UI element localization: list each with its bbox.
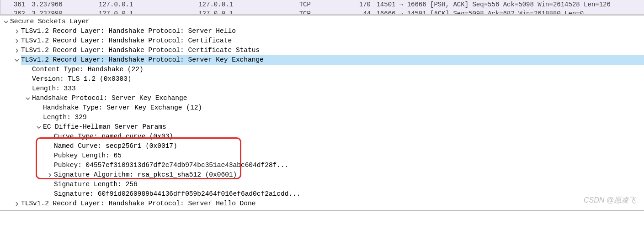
tree-item-content-type[interactable]: Content Type: Handshake (22) [0, 65, 644, 74]
tree-item-server-hello[interactable]: TLSv1.2 Record Layer: Handshake Protocol… [0, 26, 644, 36]
no-icon [25, 76, 31, 83]
no-icon [25, 67, 31, 73]
tree-item-version[interactable]: Version: TLS 1.2 (0x0303) [0, 74, 644, 84]
tree-item-named-curve[interactable]: Named Curve: secp256r1 (0x0017) [0, 141, 644, 151]
tree-item-server-hello-done[interactable]: TLSv1.2 Record Layer: Handshake Protocol… [0, 199, 644, 209]
packet-list[interactable]: 361 3.237966 127.0.0.1 127.0.0.1 TCP 170… [0, 0, 644, 15]
chevron-down-icon[interactable] [3, 19, 9, 25]
chevron-down-icon[interactable] [14, 57, 20, 63]
tree-label: Version: TLS 1.2 (0x0303) [32, 74, 132, 84]
col-proto: TCP [299, 0, 349, 9]
tree-item-sig-algo[interactable]: Signature Algorithm: rsa_pkcs1_sha512 (0… [0, 170, 644, 180]
tree-label: Signature Length: 256 [54, 180, 138, 189]
col-no: 361 [10, 0, 28, 9]
tree-item-length[interactable]: Length: 333 [0, 84, 644, 94]
tree-item-server-key-exchange[interactable]: TLSv1.2 Record Layer: Handshake Protocol… [0, 55, 644, 65]
protocol-detail-pane[interactable]: Secure Sockets Layer TLSv1.2 Record Laye… [0, 16, 644, 211]
tree-item-signature[interactable]: Signature: 60f91d0260989b44136dff059b246… [0, 189, 644, 199]
tree-item-certificate[interactable]: TLSv1.2 Record Layer: Handshake Protocol… [0, 36, 644, 46]
col-src: 127.0.0.1 [99, 9, 195, 15]
no-icon [47, 191, 53, 198]
tree-label: Signature: 60f91d0260989b44136dff059b246… [54, 189, 301, 199]
tree-label: TLSv1.2 Record Layer: Handshake Protocol… [21, 26, 236, 36]
no-icon [47, 162, 53, 169]
col-proto: TCP [299, 9, 349, 15]
chevron-right-icon[interactable] [47, 172, 53, 178]
col-dst: 127.0.0.1 [198, 9, 295, 15]
tree-label: TLSv1.2 Record Layer: Handshake Protocol… [21, 199, 255, 209]
tree-label: Length: 329 [43, 113, 87, 122]
no-icon [36, 105, 42, 111]
no-icon [47, 134, 53, 140]
tree-item-cert-status[interactable]: TLSv1.2 Record Layer: Handshake Protocol… [0, 46, 644, 55]
packet-row[interactable]: 361 3.237966 127.0.0.1 127.0.0.1 TCP 170… [0, 0, 644, 9]
col-time: 3.237990 [32, 9, 95, 15]
chevron-right-icon[interactable] [14, 201, 20, 207]
tree-label: Signature Algorithm: rsa_pkcs1_sha512 (0… [54, 170, 237, 180]
no-icon [47, 182, 53, 188]
tree-item-curve-type[interactable]: Curve Type: named_curve (0x03) [0, 132, 644, 141]
col-no: 362 [10, 9, 28, 15]
tree-label: Handshake Type: Server Key Exchange (12) [43, 103, 202, 113]
tree-label: TLSv1.2 Record Layer: Handshake Protocol… [21, 36, 232, 46]
tree-label: EC Diffie-Hellman Server Params [43, 122, 166, 132]
tree-label: Pubkey: 04557ef3109313d67df2c74db974bc35… [54, 161, 288, 170]
col-dst: 127.0.0.1 [198, 0, 295, 9]
col-src: 127.0.0.1 [99, 0, 195, 9]
tree-item-handshake-protocol[interactable]: Handshake Protocol: Server Key Exchange [0, 94, 644, 103]
tree-item-length[interactable]: Length: 329 [0, 113, 644, 122]
tree-item-pubkey[interactable]: Pubkey: 04557ef3109313d67df2c74db974bc35… [0, 161, 644, 170]
tree-item-sig-length[interactable]: Signature Length: 256 [0, 180, 644, 189]
col-time: 3.237966 [32, 0, 95, 9]
tree-label: Secure Sockets Layer [10, 17, 90, 26]
tree-label: Named Curve: secp256r1 (0x0017) [54, 141, 177, 151]
tree-item-ecdh-params[interactable]: EC Diffie-Hellman Server Params [0, 122, 644, 132]
chevron-right-icon[interactable] [14, 38, 20, 44]
col-info: 14501 → 16666 [PSH, ACK] Seq=556 Ack=509… [376, 0, 610, 9]
chevron-down-icon[interactable] [36, 124, 42, 130]
tree-item-pubkey-length[interactable]: Pubkey Length: 65 [0, 151, 644, 161]
no-icon [47, 143, 53, 150]
chevron-right-icon[interactable] [14, 47, 20, 54]
no-icon [47, 153, 53, 159]
tree-label: TLSv1.2 Record Layer: Handshake Protocol… [21, 55, 644, 65]
tree-label: TLSv1.2 Record Layer: Handshake Protocol… [21, 46, 260, 55]
col-len: 170 [352, 0, 373, 9]
tree-label: Curve Type: named_curve (0x03) [54, 132, 173, 141]
tree-label: Length: 333 [32, 84, 76, 94]
packet-row[interactable]: 362 3.237990 127.0.0.1 127.0.0.1 TCP 44 … [0, 9, 644, 15]
chevron-right-icon[interactable] [14, 28, 20, 35]
no-icon [25, 86, 31, 92]
tree-label: Content Type: Handshake (22) [32, 65, 144, 74]
tree-item-handshake-type[interactable]: Handshake Type: Server Key Exchange (12) [0, 103, 644, 113]
tree-label: Handshake Protocol: Server Key Exchange [32, 94, 187, 103]
chevron-down-icon[interactable] [25, 95, 31, 102]
no-icon [36, 115, 42, 121]
tree-label: Pubkey Length: 65 [54, 151, 122, 161]
watermark-text: CSDN @愿凌飞 [584, 195, 636, 205]
col-len: 44 [352, 9, 373, 15]
tree-item-ssl[interactable]: Secure Sockets Layer [0, 17, 644, 26]
col-info: 16666 → 14501 [ACK] Seq=5098 Ack=682 Win… [376, 9, 584, 15]
